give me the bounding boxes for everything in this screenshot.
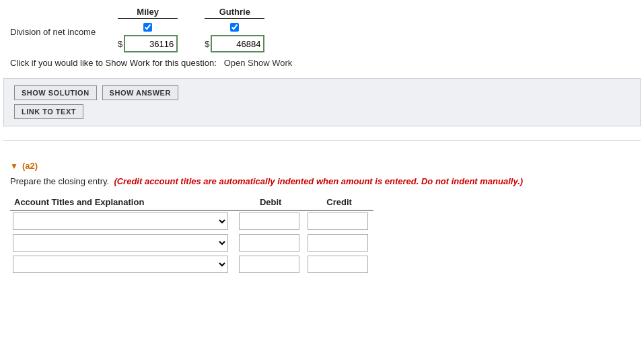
table-row xyxy=(10,254,373,275)
guthrie-checkbox[interactable] xyxy=(230,23,239,32)
credit-cell-1 xyxy=(305,210,373,233)
credit-input-1[interactable] xyxy=(308,213,368,230)
guthrie-value-input[interactable] xyxy=(211,35,264,52)
miley-column: Miley $ xyxy=(118,7,178,52)
col-debit-header: Debit xyxy=(236,194,305,210)
col-credit-header: Credit xyxy=(305,194,373,210)
columns-area: Miley $ Guthrie xyxy=(118,7,264,52)
open-show-work-link[interactable]: Open Show Work xyxy=(224,58,293,68)
show-solution-button[interactable]: SHOW SOLUTION xyxy=(14,85,97,100)
miley-checkbox-row xyxy=(143,23,152,34)
btn-row-2: LINK TO TEXT xyxy=(14,104,630,119)
miley-header: Miley xyxy=(118,7,178,19)
top-section: Division of net income Miley $ xyxy=(0,0,644,78)
guthrie-input-wrap: $ xyxy=(205,23,264,52)
guthrie-column: Guthrie $ xyxy=(205,7,264,52)
debit-cell-1 xyxy=(236,210,305,233)
account-select-2[interactable] xyxy=(13,234,228,252)
guthrie-input-row: $ xyxy=(205,23,264,52)
debit-input-3[interactable] xyxy=(239,256,299,273)
debit-input-2[interactable] xyxy=(239,234,299,252)
table-row xyxy=(10,210,373,233)
guthrie-header: Guthrie xyxy=(205,7,264,19)
account-select-1[interactable] xyxy=(13,213,228,230)
account-select-3[interactable] xyxy=(13,256,228,273)
button-section: SHOW SOLUTION SHOW ANSWER LINK TO TEXT xyxy=(3,78,641,126)
debit-cell-3 xyxy=(236,254,305,275)
journal-table: Account Titles and Explanation Debit Cre… xyxy=(10,194,373,275)
col-account-header: Account Titles and Explanation xyxy=(10,194,236,210)
part-section: ▼ (a2) Prepare the closing entry. (Credi… xyxy=(0,154,644,282)
show-work-prompt: Click if you would like to Show Work for… xyxy=(10,58,217,68)
link-to-text-button[interactable]: LINK TO TEXT xyxy=(14,104,83,119)
btn-row-1: SHOW SOLUTION SHOW ANSWER xyxy=(14,85,630,100)
show-answer-button[interactable]: SHOW ANSWER xyxy=(102,85,178,100)
part-label: (a2) xyxy=(22,161,38,171)
credit-cell-3 xyxy=(305,254,373,275)
instruction-prefix: Prepare the closing entry. xyxy=(10,176,109,186)
part-header: ▼ (a2) xyxy=(10,161,634,171)
miley-dollar: $ xyxy=(118,39,122,49)
income-row: Division of net income Miley $ xyxy=(10,7,634,52)
miley-value-input[interactable] xyxy=(124,35,178,52)
triangle-icon[interactable]: ▼ xyxy=(10,161,18,171)
account-cell-1 xyxy=(10,210,236,233)
miley-input-row: $ xyxy=(118,23,178,52)
guthrie-dollar: $ xyxy=(205,39,209,49)
guthrie-checkbox-row xyxy=(230,23,239,34)
table-row xyxy=(10,232,373,254)
section-divider xyxy=(3,140,641,141)
division-label: Division of net income xyxy=(10,7,118,37)
miley-input-wrap: $ xyxy=(118,23,178,52)
instruction: Prepare the closing entry. (Credit accou… xyxy=(10,176,634,186)
credit-input-2[interactable] xyxy=(308,234,368,252)
show-work-row: Click if you would like to Show Work for… xyxy=(10,58,634,68)
table-header-row: Account Titles and Explanation Debit Cre… xyxy=(10,194,373,210)
credit-cell-2 xyxy=(305,232,373,254)
debit-input-1[interactable] xyxy=(239,213,299,230)
miley-checkbox[interactable] xyxy=(143,23,152,32)
credit-input-3[interactable] xyxy=(308,256,368,273)
account-cell-2 xyxy=(10,232,236,254)
debit-cell-2 xyxy=(236,232,305,254)
account-cell-3 xyxy=(10,254,236,275)
instruction-italic: (Credit account titles are automatically… xyxy=(114,176,523,186)
